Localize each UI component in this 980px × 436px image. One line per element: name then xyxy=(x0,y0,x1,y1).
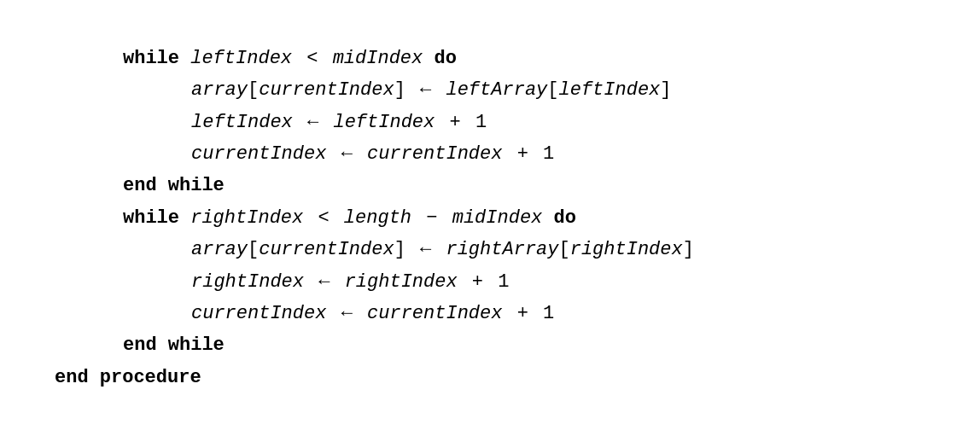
bracket-open-4: [ xyxy=(559,234,570,265)
bracket-close-4: ] xyxy=(683,234,694,265)
line-rightIndex-inc: rightIndex ← rightIndex + 1 xyxy=(55,266,925,298)
bracket-open-1: [ xyxy=(248,74,259,106)
var-currentIndex-3: currentIndex xyxy=(367,138,502,170)
bracket-open-3: [ xyxy=(248,234,259,265)
var-leftIndex-3: leftIndex xyxy=(191,107,293,138)
val-1: 1 xyxy=(475,107,487,138)
var-leftArray: leftArray xyxy=(446,74,547,106)
var-rightIndex-2: rightIndex xyxy=(570,234,683,265)
var-currentIndex-1: currentIndex xyxy=(259,74,394,106)
bracket-close-3: ] xyxy=(394,234,405,265)
plus-2: + xyxy=(505,138,540,170)
var-rightIndex-4: rightIndex xyxy=(345,266,458,298)
line-end-procedure: end procedure xyxy=(55,362,925,393)
val-2: 1 xyxy=(543,138,554,170)
var-currentIndex-5: currentIndex xyxy=(191,298,326,329)
line-end-while-1: end while xyxy=(55,170,925,201)
op-minus: − xyxy=(415,202,449,234)
line-currentIndex-inc-2: currentIndex ← currentIndex + 1 xyxy=(55,298,925,329)
algorithm-block: while leftIndex < midIndex do array [ cu… xyxy=(20,26,960,410)
var-length: length xyxy=(344,202,411,234)
var-midIndex-1: midIndex xyxy=(333,43,423,74)
var-currentIndex-2: currentIndex xyxy=(191,138,326,170)
bracket-close-2: ] xyxy=(660,74,671,106)
keyword-end-procedure: end procedure xyxy=(55,362,201,393)
var-rightIndex-1: rightIndex xyxy=(190,202,303,234)
op-lt-1: < xyxy=(295,43,330,74)
keyword-while-2: while xyxy=(123,202,190,234)
var-leftIndex-2: leftIndex xyxy=(559,74,661,106)
line-while-1: while leftIndex < midIndex do xyxy=(55,43,925,74)
keyword-do-2: do xyxy=(542,202,576,234)
var-leftIndex-4: leftIndex xyxy=(333,107,435,138)
keyword-end-while-2: end while xyxy=(123,329,225,361)
line-while-2: while rightIndex < length − midIndex do xyxy=(55,202,925,234)
plus-4: + xyxy=(505,298,540,329)
arrow-1: ← xyxy=(409,74,443,106)
bracket-open-2: [ xyxy=(547,74,558,106)
keyword-while-1: while xyxy=(123,43,190,74)
bracket-close-1: ] xyxy=(394,74,405,106)
op-lt-2: < xyxy=(306,202,341,234)
line-array-assign-left: array [ currentIndex ] ← leftArray [ lef… xyxy=(55,74,925,106)
line-currentIndex-inc-1: currentIndex ← currentIndex + 1 xyxy=(55,138,925,170)
keyword-end-while-1: end while xyxy=(123,170,225,201)
keyword-do-1: do xyxy=(423,43,457,74)
val-3: 1 xyxy=(498,266,509,298)
arrow-2: ← xyxy=(296,107,330,138)
var-array-1: array xyxy=(191,74,248,106)
plus-1: + xyxy=(438,107,472,138)
arrow-5: ← xyxy=(307,266,341,298)
line-end-while-2: end while xyxy=(55,329,925,361)
arrow-3: ← xyxy=(330,138,364,170)
arrow-4: ← xyxy=(409,234,443,265)
plus-3: + xyxy=(461,266,495,298)
var-rightArray: rightArray xyxy=(446,234,558,265)
arrow-6: ← xyxy=(330,298,364,329)
line-array-assign-right: array [ currentIndex ] ← rightArray [ ri… xyxy=(55,234,925,265)
val-4: 1 xyxy=(543,298,554,329)
var-currentIndex-6: currentIndex xyxy=(367,298,502,329)
var-leftIndex-1: leftIndex xyxy=(190,43,292,74)
var-rightIndex-3: rightIndex xyxy=(191,266,304,298)
var-currentIndex-4: currentIndex xyxy=(259,234,394,265)
var-array-2: array xyxy=(191,234,248,265)
line-leftIndex-inc: leftIndex ← leftIndex + 1 xyxy=(55,107,925,138)
var-midIndex-2: midIndex xyxy=(452,202,543,234)
